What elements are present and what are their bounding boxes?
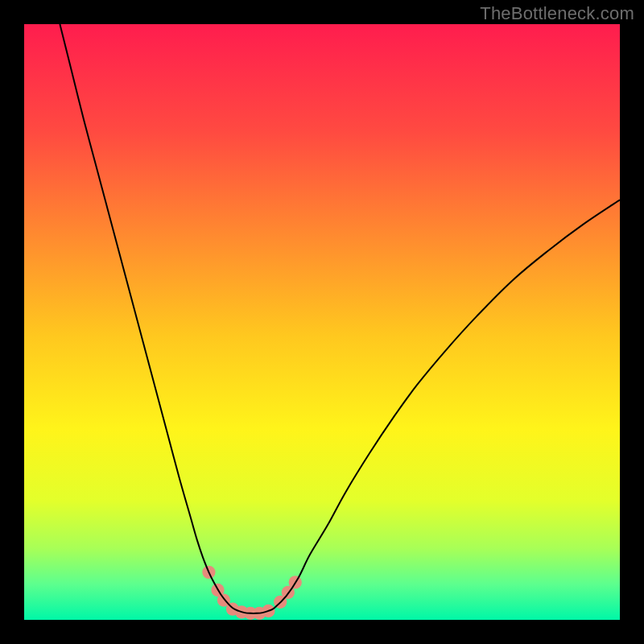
series-group [60,24,620,613]
plot-area [24,24,620,620]
marker-group [202,566,302,620]
curve-layer [24,24,620,620]
watermark-text: TheBottleneck.com [480,3,634,24]
chart-frame: TheBottleneck.com [0,0,644,644]
bottleneck-curve [60,24,620,613]
